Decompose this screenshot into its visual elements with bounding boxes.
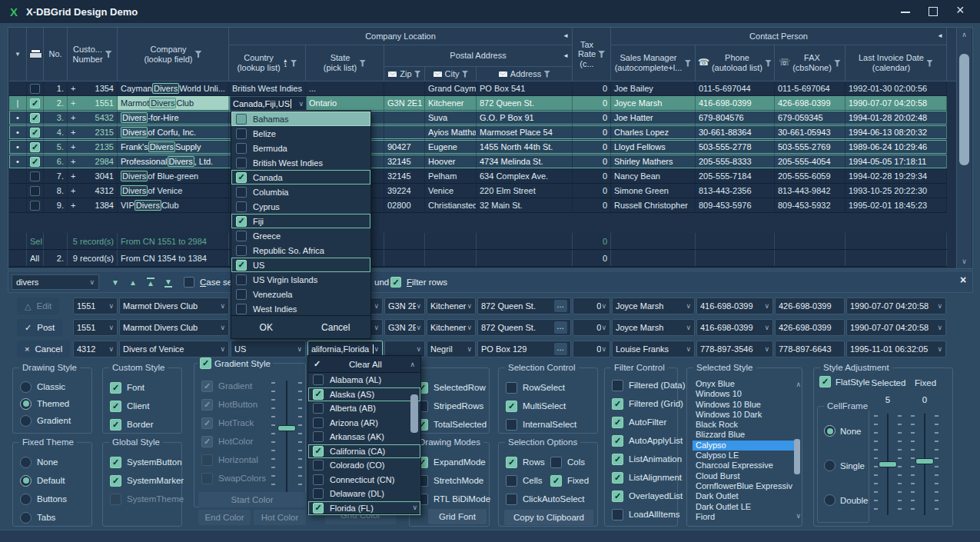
last-invoice-date-cell[interactable]: 1994-02-28 19:29:34 bbox=[845, 169, 947, 183]
sales-manager-cell[interactable]: Russell Christopher bbox=[611, 198, 696, 212]
dropdown-item[interactable]: Belize bbox=[231, 126, 370, 141]
header-city[interactable]: City bbox=[425, 67, 477, 81]
editor-address-field[interactable]: PO Box 129 bbox=[477, 341, 571, 357]
dropdown-item[interactable]: California (CA) bbox=[308, 444, 420, 459]
expand-icon[interactable] bbox=[71, 113, 75, 122]
country-cell-editor[interactable]: Canada,Fiji,US bbox=[230, 96, 307, 111]
ok-button[interactable]: OK bbox=[231, 322, 301, 333]
company-cell[interactable]: Divers of Venice bbox=[118, 184, 229, 198]
header-phone[interactable]: Phone(autoload list) bbox=[696, 45, 775, 81]
city-cell[interactable]: Kitchener bbox=[425, 96, 477, 110]
checkbox[interactable] bbox=[506, 494, 517, 505]
filter-icon[interactable] bbox=[414, 71, 421, 78]
radio[interactable] bbox=[20, 457, 32, 468]
customer-number-cell[interactable]: 2135 bbox=[68, 140, 118, 154]
maximize-icon[interactable] bbox=[928, 6, 938, 17]
checkbox[interactable] bbox=[313, 417, 324, 428]
table-row[interactable]: 9. 1384 VIP Divers Club 02800 Christians… bbox=[9, 198, 947, 213]
zip-cell[interactable] bbox=[384, 81, 425, 95]
radio[interactable] bbox=[824, 460, 835, 471]
scrollbar-thumb[interactable] bbox=[959, 54, 969, 165]
radio[interactable] bbox=[20, 398, 32, 410]
fax-cell[interactable]: 205-555-6059 bbox=[775, 169, 845, 183]
checkbox-item[interactable]: MultiSelect bbox=[506, 397, 597, 415]
header-last-invoice-date[interactable]: Last Invoice Date(calendar) bbox=[845, 45, 947, 81]
header-state[interactable]: State(pick list) bbox=[306, 45, 384, 81]
hot-color-button[interactable]: Hot Color bbox=[254, 510, 306, 525]
close-icon[interactable] bbox=[955, 6, 966, 17]
copy-to-clipboard-button[interactable]: Copy to Clipboard bbox=[504, 510, 593, 525]
checkbox[interactable] bbox=[236, 143, 247, 154]
cancel-button[interactable]: Cancel bbox=[301, 322, 371, 333]
dropdown-item[interactable]: Alaska (AS) bbox=[308, 387, 420, 402]
checkbox[interactable] bbox=[236, 216, 247, 227]
slider-thumb[interactable] bbox=[879, 461, 897, 467]
header-group-contact-person[interactable]: Contact Person bbox=[611, 28, 947, 45]
checkbox[interactable] bbox=[236, 201, 247, 212]
editor-phone-field[interactable]: 416-698-0399 bbox=[696, 319, 773, 336]
style-list-item[interactable]: Cloud Burst bbox=[693, 471, 798, 481]
checkbox[interactable] bbox=[110, 382, 121, 394]
style-list-item[interactable]: Fiord bbox=[693, 512, 798, 522]
checkbox[interactable] bbox=[236, 114, 247, 125]
dropdown-item[interactable]: Canada bbox=[231, 170, 370, 185]
row-checkbox-cell[interactable] bbox=[27, 96, 44, 110]
row-checkbox[interactable] bbox=[30, 113, 40, 123]
row-checkbox[interactable] bbox=[30, 84, 40, 94]
editor-tax-field[interactable]: 0 bbox=[573, 341, 610, 357]
company-cell[interactable]: Cayman Divers World Unli... bbox=[118, 81, 229, 95]
company-cell[interactable]: VIP Divers Club bbox=[118, 198, 229, 212]
minimize-icon[interactable] bbox=[900, 6, 911, 17]
expand-icon[interactable] bbox=[71, 84, 75, 93]
chevron-down-icon[interactable] bbox=[89, 278, 95, 286]
checkbox[interactable] bbox=[313, 474, 324, 485]
radio[interactable] bbox=[824, 425, 835, 437]
checkbox[interactable] bbox=[236, 245, 247, 256]
filter-icon[interactable] bbox=[834, 60, 841, 67]
radio[interactable] bbox=[824, 494, 835, 506]
editor-manager-field[interactable]: Louise Franks bbox=[612, 341, 695, 357]
editor-company-field[interactable]: Marmot Divers Club bbox=[119, 298, 229, 314]
customer-number-cell[interactable]: 4312 bbox=[68, 184, 118, 198]
dropdown-item[interactable]: Arizona (AR) bbox=[308, 416, 420, 431]
style-listbox[interactable]: Onyx BlueWindows 10Windows 10 BlueWindow… bbox=[693, 379, 798, 522]
company-cell[interactable]: Divers of Blue-green bbox=[118, 169, 229, 183]
zip-cell[interactable] bbox=[384, 125, 425, 139]
checkbox-item[interactable]: ClickAutoSelect bbox=[506, 490, 597, 508]
zip-cell[interactable]: 39224 bbox=[384, 184, 425, 198]
expand-icon[interactable] bbox=[71, 201, 75, 210]
radio-item[interactable]: Classic bbox=[20, 378, 91, 395]
header-sales-manager[interactable]: Sales Manager(autocomplete+l... bbox=[611, 45, 696, 81]
dropdown-item[interactable]: Alabama (AL) bbox=[308, 373, 420, 387]
radio[interactable] bbox=[20, 381, 32, 393]
chevron-down-icon[interactable] bbox=[298, 100, 304, 108]
checkbox[interactable] bbox=[313, 403, 324, 414]
checkbox[interactable] bbox=[110, 401, 121, 412]
checkbox[interactable] bbox=[201, 417, 213, 429]
fixed-adjust-slider[interactable] bbox=[911, 414, 938, 515]
tax-rate-cell[interactable]: 0 bbox=[573, 169, 611, 183]
checkbox[interactable] bbox=[313, 374, 324, 385]
last-invoice-date-cell[interactable]: 1990-07-07 04:20:58 bbox=[845, 96, 947, 110]
address-cell[interactable]: Marmoset Place 54 bbox=[477, 125, 573, 139]
editor-company-field[interactable]: Divers of Venice bbox=[119, 341, 229, 357]
expand-icon[interactable] bbox=[71, 98, 75, 108]
checkbox[interactable] bbox=[612, 398, 623, 410]
tax-rate-cell[interactable]: 0 bbox=[573, 81, 611, 95]
scroll-up-icon[interactable] bbox=[410, 361, 415, 368]
checkbox-item[interactable]: Font bbox=[110, 378, 181, 397]
editor-address-field[interactable]: 872 Queen St. bbox=[477, 319, 571, 336]
last-invoice-date-cell[interactable]: 1989-06-24 10:29:46 bbox=[845, 140, 947, 154]
last-invoice-date-cell[interactable]: 1994-05-05 17:18:11 bbox=[845, 155, 947, 168]
slider-thumb[interactable] bbox=[277, 425, 296, 431]
table-row[interactable]: 1. 1354 Cayman Divers World Unli... Brit… bbox=[9, 81, 947, 96]
checkbox-item[interactable]: StretchMode bbox=[417, 471, 489, 490]
checkbox[interactable] bbox=[236, 231, 247, 241]
checkbox[interactable] bbox=[506, 382, 517, 394]
tax-rate-cell[interactable]: 0 bbox=[573, 140, 611, 154]
checkbox-item[interactable]: Cells bbox=[506, 471, 550, 490]
dropdown-item[interactable]: British West Indies bbox=[231, 155, 370, 170]
fax-cell[interactable]: 011-5-697064 bbox=[775, 81, 845, 95]
header-company[interactable]: Company(lookup field) bbox=[118, 28, 229, 81]
expand-icon[interactable] bbox=[71, 142, 75, 151]
